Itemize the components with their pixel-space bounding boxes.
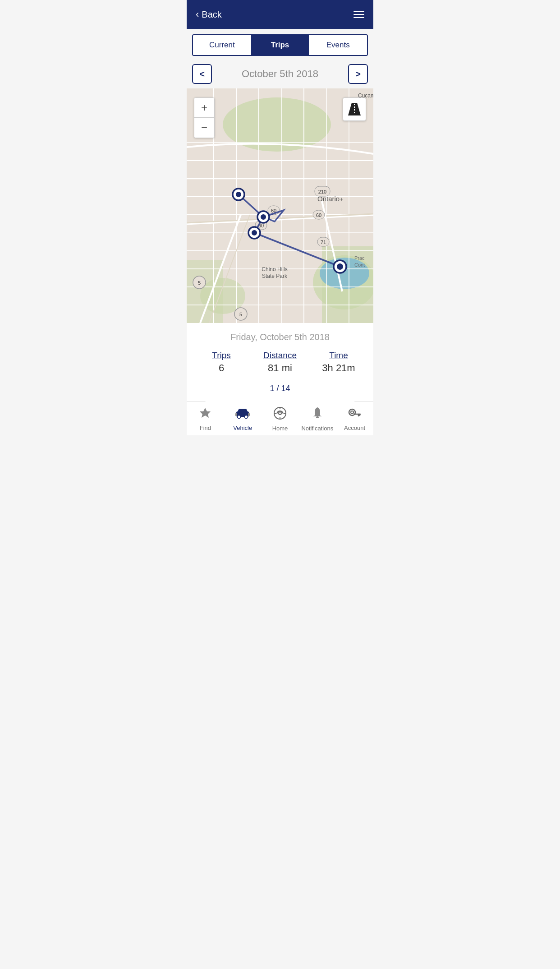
svg-rect-68 [235, 413, 237, 416]
trips-stat: Trips 6 [192, 351, 251, 374]
svg-point-53 [236, 192, 241, 197]
nav-home-label: Home [272, 425, 288, 432]
svg-point-66 [238, 415, 241, 419]
svg-text:71: 71 [321, 240, 326, 245]
nav-notifications-label: Notifications [301, 425, 333, 432]
stats-date: Friday, October 5th 2018 [192, 332, 368, 342]
svg-rect-76 [316, 416, 319, 418]
svg-point-55 [261, 214, 266, 220]
back-label: Back [202, 9, 221, 20]
time-label[interactable]: Time [309, 351, 368, 360]
nav-find-label: Find [200, 425, 211, 431]
svg-text:60: 60 [316, 212, 321, 218]
trips-value: 6 [192, 362, 251, 374]
menu-line-2 [353, 14, 364, 15]
trips-label[interactable]: Trips [192, 351, 251, 360]
zoom-controls: + − [194, 97, 215, 138]
tab-events[interactable]: Events [309, 35, 367, 55]
back-chevron-icon: ‹ [196, 9, 199, 20]
stats-section: Friday, October 5th 2018 Trips 6 Distanc… [187, 323, 373, 401]
svg-point-71 [279, 412, 281, 415]
map-svg: 210 60 60 Ontario + Chino Hills State Pa… [187, 88, 373, 323]
distance-stat: Distance 81 mi [251, 351, 309, 374]
nav-item-notifications[interactable]: Notifications [298, 406, 336, 432]
road-view-button[interactable] [343, 97, 366, 121]
back-button[interactable]: ‹ Back [196, 9, 222, 20]
svg-text:State Park: State Park [262, 273, 288, 279]
key-icon [348, 407, 362, 423]
home-icon [273, 406, 287, 423]
prev-chevron-icon: < [199, 69, 205, 79]
time-stat: Time 3h 21m [309, 351, 368, 374]
nav-item-find[interactable]: Find [187, 407, 224, 431]
next-chevron-icon: > [355, 69, 361, 79]
nav-item-vehicle[interactable]: Vehicle [224, 407, 262, 431]
header: ‹ Back [187, 0, 373, 29]
svg-point-78 [351, 411, 353, 414]
vehicle-icon [235, 407, 250, 423]
svg-text:Prac: Prac [354, 255, 365, 261]
nav-item-account[interactable]: Account [336, 407, 373, 431]
tab-current[interactable]: Current [193, 35, 251, 55]
menu-line-3 [353, 17, 364, 18]
tab-bar: Current Trips Events [192, 34, 368, 56]
svg-point-59 [337, 263, 343, 270]
find-icon [199, 407, 211, 423]
nav-account-label: Account [344, 425, 365, 431]
zoom-out-button[interactable]: − [194, 118, 214, 138]
svg-rect-69 [248, 413, 250, 416]
tab-trips[interactable]: Trips [251, 35, 309, 55]
distance-label[interactable]: Distance [251, 351, 309, 360]
bell-icon [311, 406, 324, 423]
distance-value: 81 mi [251, 362, 309, 374]
road-icon [346, 101, 363, 117]
svg-marker-65 [238, 409, 248, 411]
zoom-in-button[interactable]: + [194, 98, 214, 118]
svg-text:210: 210 [318, 189, 326, 194]
svg-text:5: 5 [239, 312, 242, 317]
stats-row: Trips 6 Distance 81 mi Time 3h 21m [192, 351, 368, 374]
svg-text:+: + [340, 196, 344, 203]
next-date-button[interactable]: > [348, 64, 368, 84]
svg-point-67 [245, 415, 248, 419]
menu-button[interactable] [353, 11, 364, 18]
menu-line-1 [353, 11, 364, 12]
svg-text:Chino Hills: Chino Hills [262, 266, 287, 272]
prev-date-button[interactable]: < [192, 64, 212, 84]
svg-text:5: 5 [198, 280, 201, 286]
map-container[interactable]: 210 60 60 Ontario + Chino Hills State Pa… [187, 88, 373, 323]
time-value: 3h 21m [309, 362, 368, 374]
bottom-navigation: Find Vehicle [187, 401, 373, 435]
svg-marker-63 [200, 408, 211, 418]
svg-text:Cont: Cont [354, 262, 365, 268]
date-navigation: < October 5th 2018 > [187, 61, 373, 88]
svg-point-57 [252, 230, 257, 235]
date-label: October 5th 2018 [242, 68, 318, 80]
nav-vehicle-label: Vehicle [233, 425, 252, 431]
nav-item-home[interactable]: Home [262, 406, 299, 432]
svg-text:Ontario: Ontario [317, 195, 340, 203]
